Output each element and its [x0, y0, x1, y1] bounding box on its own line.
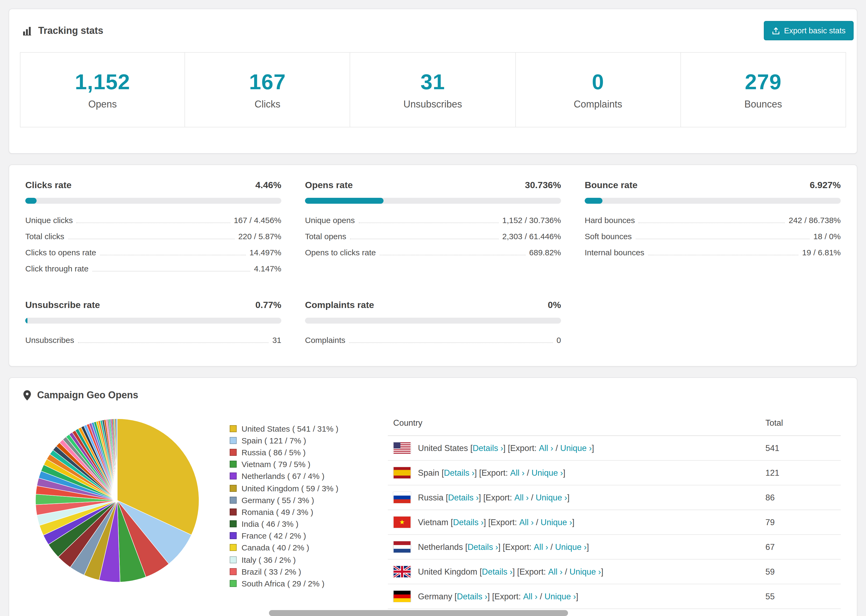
export-word: Export: — [482, 468, 510, 478]
legend-label: France ( 42 / 2% ) — [241, 531, 306, 541]
country-flag-icon — [393, 591, 411, 602]
legend-item[interactable]: South Africa ( 29 / 2% ) — [230, 578, 359, 589]
details-link[interactable]: Details › — [453, 517, 483, 527]
legend-swatch — [230, 437, 237, 444]
geo-legend: United States ( 541 / 31% ) Spain ( 121 … — [230, 423, 359, 589]
stat-line-value: 19 / 6.81% — [802, 248, 841, 257]
export-unique-link[interactable]: Unique › — [540, 517, 572, 527]
legend-swatch — [230, 473, 237, 480]
details-link[interactable]: Details › — [468, 542, 498, 552]
export-word: Export: — [510, 443, 539, 453]
stat-line: Unsubscribes 31 — [25, 332, 281, 348]
bracket-mid: ] [ — [487, 592, 494, 601]
legend-item[interactable]: Netherlands ( 67 / 4% ) — [230, 470, 359, 482]
export-icon — [772, 27, 780, 35]
bracket-open: [ — [439, 468, 444, 478]
legend-item[interactable]: Italy ( 36 / 2% ) — [230, 554, 359, 566]
legend-item[interactable]: Vietnam ( 79 / 5% ) — [230, 458, 359, 470]
bracket-mid: ] [ — [513, 567, 520, 577]
rate-rows: Unsubscribes 31 — [25, 332, 281, 348]
stat-line: Hard bounces 242 / 86.738% — [585, 212, 841, 228]
stat-label: Unsubscribes — [403, 99, 462, 110]
rate-value: 0% — [548, 300, 561, 311]
export-all-link[interactable]: All › — [510, 468, 524, 478]
legend-item[interactable]: Russia ( 86 / 5% ) — [230, 446, 359, 458]
table-row: United Kingdom [Details ›] [Export: All … — [388, 559, 841, 584]
export-unique-link[interactable]: Unique › — [536, 493, 567, 502]
export-word: Export: — [494, 592, 523, 601]
stats-row: 1,152 Opens 167 Clicks 31 Unsubscribes 0… — [20, 52, 846, 127]
slash-separator: / — [534, 517, 540, 527]
bracket-mid: ] [ — [498, 542, 505, 552]
details-link[interactable]: Details › — [457, 592, 488, 601]
legend-item[interactable]: France ( 42 / 2% ) — [230, 530, 359, 542]
export-unique-link[interactable]: Unique › — [544, 592, 576, 601]
legend-item[interactable]: United Kingdom ( 59 / 3% ) — [230, 482, 359, 494]
export-unique-link[interactable]: Unique › — [555, 542, 587, 552]
details-link[interactable]: Details › — [444, 468, 475, 478]
legend-swatch — [230, 449, 237, 456]
table-row: Spain [Details ›] [Export: All › / Uniqu… — [388, 460, 841, 485]
stat-line: Click through rate 4.147% — [25, 260, 281, 276]
dotted-leader — [100, 248, 246, 255]
export-word: Export: — [486, 493, 515, 502]
legend-item[interactable]: United States ( 541 / 31% ) — [230, 423, 359, 434]
rate-rows: Complaints 0 — [305, 332, 561, 348]
country-total: 541 — [760, 436, 841, 460]
stat-line-label: Clicks to opens rate — [25, 248, 96, 257]
progress-fill — [25, 318, 27, 324]
stat-line: Opens to clicks rate 689.82% — [305, 244, 561, 260]
stat-line-value: 31 — [272, 335, 281, 344]
legend-item[interactable]: Romania ( 49 / 3% ) — [230, 506, 359, 518]
rate-head: Unsubscribe rate 0.77% — [25, 300, 281, 311]
rate-rows: Hard bounces 242 / 86.738% Soft bounces … — [585, 212, 841, 260]
details-link[interactable]: Details › — [482, 567, 513, 577]
export-all-link[interactable]: All › — [519, 517, 534, 527]
country-column-header: Country — [388, 411, 760, 436]
country-total: 67 — [760, 534, 841, 559]
dotted-leader — [78, 336, 269, 343]
dotted-leader — [68, 232, 235, 239]
legend-label: United States ( 541 / 31% ) — [241, 424, 339, 433]
details-link[interactable]: Details › — [472, 443, 503, 453]
dotted-leader — [349, 336, 553, 343]
legend-swatch — [230, 533, 237, 539]
export-unique-link[interactable]: Unique › — [531, 468, 563, 478]
export-all-link[interactable]: All › — [523, 592, 537, 601]
legend-item[interactable]: Germany ( 55 / 3% ) — [230, 494, 359, 506]
export-basic-stats-button[interactable]: Export basic stats — [764, 21, 853, 40]
rate-head: Clicks rate 4.46% — [25, 180, 281, 191]
country-flag-icon — [393, 492, 411, 503]
bracket-close: ] — [563, 468, 565, 478]
legend-swatch — [230, 568, 237, 575]
export-all-link[interactable]: All › — [548, 567, 562, 577]
rates-grid: Clicks rate 4.46% Unique clicks 167 / 4.… — [25, 180, 841, 348]
legend-label: Canada ( 40 / 2% ) — [241, 543, 309, 552]
legend-item[interactable]: Spain ( 121 / 7% ) — [230, 434, 359, 446]
bracket-open: [ — [444, 493, 448, 502]
export-unique-link[interactable]: Unique › — [570, 567, 601, 577]
export-all-link[interactable]: All › — [539, 443, 553, 453]
export-all-link[interactable]: All › — [514, 493, 529, 502]
horizontal-scrollbar-thumb[interactable] — [269, 610, 568, 616]
legend-item[interactable]: Canada ( 40 / 2% ) — [230, 542, 359, 554]
table-row: Netherlands [Details ›] [Export: All › /… — [388, 534, 841, 559]
country-total: 121 — [760, 460, 841, 485]
geo-pie-chart — [34, 417, 201, 584]
legend-label: Italy ( 36 / 2% ) — [241, 555, 296, 564]
tracking-stats-header: Tracking stats Export basic stats — [9, 9, 857, 49]
slash-separator: / — [563, 567, 570, 577]
slash-separator: / — [524, 468, 531, 478]
export-all-link[interactable]: All › — [534, 542, 548, 552]
legend-item[interactable]: India ( 46 / 3% ) — [230, 518, 359, 530]
stat-line: Total opens 2,303 / 61.446% — [305, 228, 561, 244]
stat-value: 0 — [592, 70, 604, 94]
map-pin-icon — [23, 390, 31, 401]
stat-line-value: 220 / 5.87% — [238, 231, 281, 240]
export-unique-link[interactable]: Unique › — [560, 443, 592, 453]
geo-table-wrap: Country Total United States [Details ›] … — [388, 411, 841, 609]
legend-item[interactable]: Brazil ( 33 / 2% ) — [230, 566, 359, 578]
details-link[interactable]: Details › — [448, 493, 479, 502]
country-total: 86 — [760, 485, 841, 510]
table-row: Vietnam [Details ›] [Export: All › / Uni… — [388, 510, 841, 534]
